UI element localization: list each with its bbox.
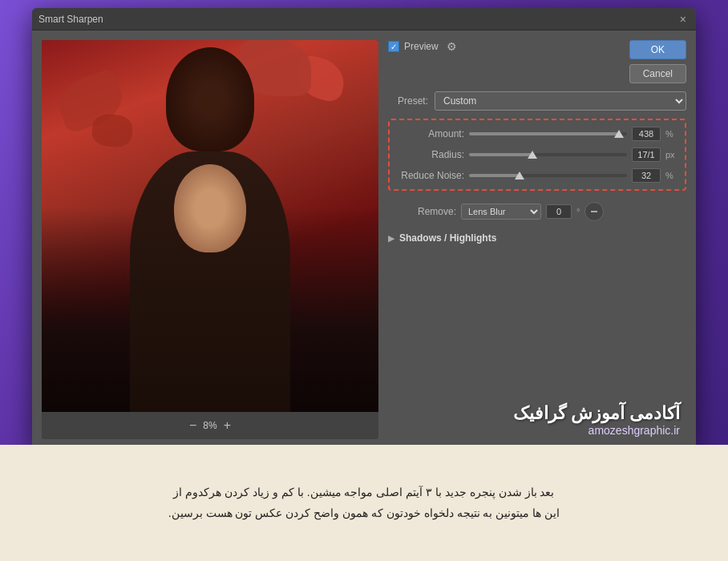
preview-label: Preview [404, 41, 439, 52]
amount-label: Amount: [396, 128, 464, 139]
preset-label: Preset: [388, 95, 428, 107]
bottom-text-line1: بعد باز شدن پنجره جدید با ۳ آیتم اصلی مو… [168, 482, 560, 502]
dialog-content: − 8% + Preview ⚙ OK Cancel [32, 30, 696, 449]
radius-unit: px [665, 150, 678, 159]
reduce-noise-slider[interactable] [469, 174, 627, 177]
zoom-out-button[interactable]: − [189, 418, 196, 433]
leaf-decoration-3 [91, 113, 133, 148]
preview-checkbox[interactable] [388, 41, 399, 52]
preview-panel: − 8% + [42, 40, 378, 439]
reduce-noise-value[interactable]: 32 [632, 168, 661, 183]
angle-dial[interactable] [584, 202, 604, 221]
radius-row: Radius: 17/1 px [396, 147, 678, 162]
amount-value[interactable]: 438 [632, 127, 661, 141]
radius-label: Radius: [396, 149, 464, 160]
cancel-button[interactable]: Cancel [629, 64, 686, 83]
remove-label: Remove: [388, 206, 456, 217]
bottom-text: بعد باز شدن پنجره جدید با ۳ آیتم اصلی مو… [168, 482, 560, 523]
woman-figure [130, 151, 290, 412]
watermark-title: آکادمی آموزش گرافیک [513, 403, 680, 424]
zoom-level: 8% [203, 420, 216, 431]
expand-arrow-icon[interactable]: ▶ [388, 233, 394, 244]
reduce-noise-thumb[interactable] [515, 172, 524, 180]
gear-button[interactable]: ⚙ [447, 40, 457, 53]
amount-row: Amount: 438 % [396, 127, 678, 141]
zoom-controls: − 8% + [183, 412, 237, 439]
close-button[interactable]: × [677, 13, 690, 26]
woman-hair [166, 47, 254, 151]
amount-unit: % [665, 129, 678, 139]
watermark-area: آکادمی آموزش گرافیک amozeshgraphic.ir [513, 403, 680, 437]
remove-row: Remove: Lens Blur Gaussian Blur Motion B… [388, 202, 686, 221]
watermark-url: amozeshgraphic.ir [513, 424, 680, 437]
radius-fill [469, 153, 532, 156]
highlighted-controls-box: Amount: 438 % Radius: 17/1 [388, 119, 686, 191]
radius-thumb[interactable] [528, 151, 537, 159]
bottom-text-area: بعد باز شدن پنجره جدید با ۳ آیتم اصلی مو… [0, 445, 728, 561]
remove-select[interactable]: Lens Blur Gaussian Blur Motion Blur [461, 204, 541, 220]
shadows-highlights-label: Shadows / Highlights [399, 232, 496, 244]
controls-panel: Preview ⚙ OK Cancel Preset: Custom Defau… [388, 40, 686, 439]
angle-input[interactable] [546, 204, 572, 219]
dialog-window: Smart Sharpen × − 8% + [32, 8, 696, 449]
amount-slider[interactable] [469, 132, 627, 135]
radius-value[interactable]: 17/1 [632, 147, 661, 162]
zoom-in-button[interactable]: + [224, 418, 231, 433]
preview-check-group: Preview [388, 41, 439, 52]
reduce-noise-label: Reduce Noise: [396, 170, 464, 181]
window-title: Smart Sharpen [38, 14, 103, 25]
reduce-noise-fill [469, 174, 520, 177]
title-bar: Smart Sharpen × [32, 8, 696, 30]
radius-slider[interactable] [469, 153, 627, 156]
shadows-highlights-row: ▶ Shadows / Highlights [388, 232, 686, 244]
top-row: Preview ⚙ OK Cancel [388, 40, 686, 83]
photo-preview [42, 40, 378, 412]
reduce-noise-row: Reduce Noise: 32 % [396, 168, 678, 183]
degree-unit: ° [576, 207, 580, 216]
ok-button[interactable]: OK [629, 40, 686, 59]
preset-select[interactable]: Custom Default [435, 91, 686, 111]
action-buttons: OK Cancel [629, 40, 686, 83]
amount-thumb[interactable] [614, 130, 624, 138]
woman-head [174, 164, 246, 252]
bottom-text-line2: این ها میتونین به نتیجه دلخواه خودتون که… [168, 503, 560, 523]
preset-row: Preset: Custom Default [388, 91, 686, 111]
reduce-noise-unit: % [665, 171, 678, 180]
image-container [42, 40, 378, 412]
amount-fill [469, 132, 619, 135]
